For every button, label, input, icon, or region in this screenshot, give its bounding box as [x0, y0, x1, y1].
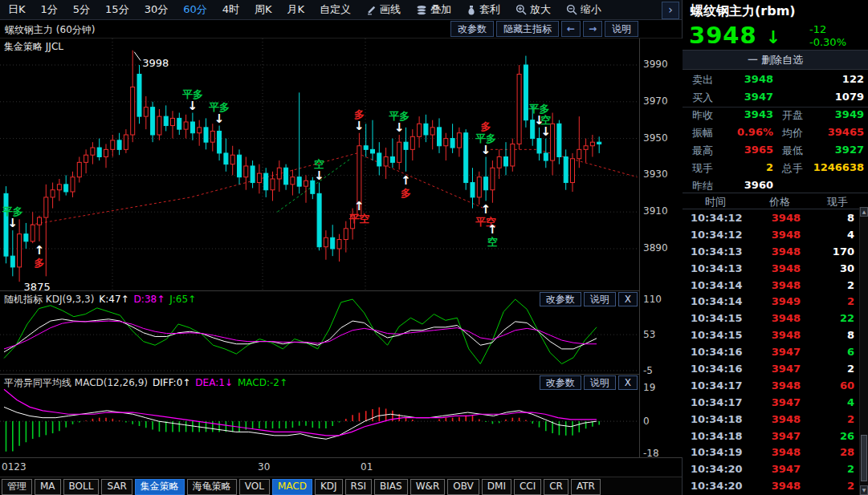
ts-time: 10:34:15: [691, 329, 743, 341]
indicator-vol[interactable]: VOL: [239, 479, 270, 495]
ts-row: 10:34:2039472: [683, 461, 861, 477]
scrollbar-up-button[interactable]: ▲: [860, 207, 868, 217]
ts-price: 3948: [772, 446, 801, 458]
y-axis-label: 53: [643, 329, 655, 340]
delete-watchlist-button[interactable]: 一 删除自选: [683, 50, 868, 70]
ts-price: 3948: [772, 229, 801, 241]
macd-close-button[interactable]: X: [618, 375, 638, 390]
strategy-jijin[interactable]: 集金策略: [135, 479, 185, 495]
toolbar-item-15min[interactable]: 15分: [105, 0, 129, 19]
indicator-rsi[interactable]: RSI: [345, 479, 373, 495]
change-params-button[interactable]: 改参数: [450, 21, 494, 37]
indicator-wr[interactable]: W&R: [410, 479, 446, 495]
toolbar-item-arbitrage[interactable]: 套利: [467, 0, 500, 19]
ts-time: 10:34:14: [691, 279, 743, 291]
kdj-pane-buttons: 改参数说明X: [540, 292, 638, 306]
toolbar-item-custom[interactable]: 自定义: [320, 0, 351, 19]
price-down-arrow-icon: ↓: [766, 27, 781, 47]
indicator-toolbar: 管理MABOLLSAR集金策略海龟策略VOLMACDKDJRSIBIASW&RO…: [0, 477, 682, 495]
svg-text:↓: ↓: [214, 112, 225, 126]
ts-header-time: 时间: [705, 195, 726, 209]
arbitrage-icon: [467, 5, 476, 15]
main-chart[interactable]: ↓平多↑多↓平多↓平多↓空↓多↑平空↓平多↑多↓多平多↑平空↑空↓平多↓空399…: [0, 39, 639, 290]
toolbar-item-60min[interactable]: 60分: [183, 0, 207, 19]
amplitude-value: 0.96%: [737, 126, 773, 138]
svg-text:↓: ↓: [314, 168, 324, 183]
indicator-dmi[interactable]: DMI: [482, 479, 511, 495]
toolbar-item-draw-line[interactable]: 画线: [366, 0, 401, 19]
ts-time: 10:34:15: [691, 312, 743, 324]
ts-time: 10:34:20: [691, 463, 743, 475]
indicator-ma[interactable]: MA: [35, 479, 61, 495]
quote-change: -12 -0.30%: [809, 23, 846, 49]
ts-volume: 2: [847, 279, 854, 291]
avg-price-label: 均价: [782, 126, 803, 140]
macd-change-params-button[interactable]: 改参数: [540, 375, 581, 390]
y-axis-label: 3970: [643, 95, 668, 107]
bid-price: 3947: [744, 91, 773, 103]
scrollbar-thumb[interactable]: [861, 435, 867, 481]
ts-header-volume: 现手: [827, 195, 848, 209]
ts-row: 10:34:1439482: [683, 277, 861, 294]
macd-pane: 平滑异同平均线 MACD(12,26,9)DIFF:0↑DEA:1↓MACD:-…: [0, 374, 639, 458]
chart-symbol-title: 螺纹钢主力 (60分钟): [5, 23, 95, 37]
price-axis: 39903970395039303910389011053-5190-18: [639, 39, 683, 457]
kdj-close-button[interactable]: X: [618, 292, 638, 306]
indicator-bias[interactable]: BIAS: [374, 479, 408, 495]
indicator-cci[interactable]: CCI: [514, 479, 541, 495]
toolbar-item-5min[interactable]: 5分: [73, 0, 90, 19]
toolbar-item-zoom-in[interactable]: 放大: [516, 0, 551, 19]
ts-time: 10:34:12: [691, 212, 743, 224]
indicator-atr[interactable]: ATR: [571, 479, 601, 495]
ts-row: 10:34:18394726: [683, 428, 861, 444]
toolbar-item-month-k[interactable]: 月K: [287, 0, 305, 19]
ts-volume: 8: [847, 212, 854, 224]
ts-row: 10:34:1839482: [683, 411, 861, 428]
toolbar-item-week-k[interactable]: 周K: [255, 0, 272, 19]
last-price-value: 3948: [689, 22, 757, 49]
toolbar-item-30min[interactable]: 30分: [145, 0, 169, 19]
indicator-value: K:47↑: [99, 294, 128, 305]
toolbar-item-label: 4时: [222, 0, 239, 19]
toolbar-item-4hour[interactable]: 4时: [222, 0, 239, 19]
current-volume-label: 现手: [692, 161, 713, 176]
time-sales-list: 10:34:123948810:34:123948410:34:13394817…: [683, 209, 861, 494]
ts-volume: 4: [847, 229, 854, 241]
delete-watchlist-label: 删除自选: [761, 54, 803, 66]
y-axis-label: -5: [643, 365, 653, 376]
quote-field-row: 最高3965最低3927: [683, 141, 868, 159]
help-button[interactable]: 说明: [605, 21, 638, 37]
svg-text:多: 多: [35, 257, 45, 269]
svg-text:多: 多: [354, 108, 365, 120]
manage-button[interactable]: 管理: [2, 479, 32, 495]
toolbar-more-button[interactable]: ›: [662, 2, 679, 19]
hide-main-indicator-button[interactable]: 隐藏主指标: [496, 21, 559, 37]
toolbar-item-label: 周K: [255, 0, 272, 19]
indicator-kdj[interactable]: KDJ: [315, 479, 343, 495]
zoom-out-icon: [566, 4, 577, 15]
scrollbar-down-button[interactable]: ▼: [860, 485, 868, 495]
time-axis: 01233001: [0, 457, 682, 477]
kdj-change-params-button[interactable]: 改参数: [540, 292, 581, 306]
indicator-obv[interactable]: OBV: [447, 479, 479, 495]
indicator-value: MACD:-2↑: [238, 377, 287, 388]
indicator-cr[interactable]: CR: [544, 479, 568, 495]
ts-row: 10:34:1439492: [683, 293, 861, 310]
toolbar-item-1min[interactable]: 1分: [41, 0, 58, 19]
ts-row: 10:34:2039482: [683, 477, 861, 494]
indicator-boll[interactable]: BOLL: [63, 479, 100, 495]
prev-arrow-button[interactable]: ←: [561, 21, 581, 37]
toolbar-item-day-k[interactable]: 日K: [8, 0, 26, 19]
toolbar-item-overlay[interactable]: 叠加: [416, 0, 451, 19]
strategy-haigui[interactable]: 海龟策略: [187, 479, 237, 495]
next-arrow-button[interactable]: →: [583, 21, 602, 37]
scrollbar[interactable]: ▲ ▼: [859, 207, 868, 495]
macd-help-button[interactable]: 说明: [584, 375, 616, 390]
ts-volume: 170: [833, 245, 854, 258]
kdj-help-button[interactable]: 说明: [584, 292, 616, 306]
toolbar-item-label: 放大: [530, 0, 551, 19]
toolbar-item-zoom-out[interactable]: 缩小: [566, 0, 601, 19]
indicator-sar[interactable]: SAR: [101, 479, 132, 495]
indicator-macd[interactable]: MACD: [272, 479, 312, 495]
svg-text:↓: ↓: [394, 120, 405, 135]
